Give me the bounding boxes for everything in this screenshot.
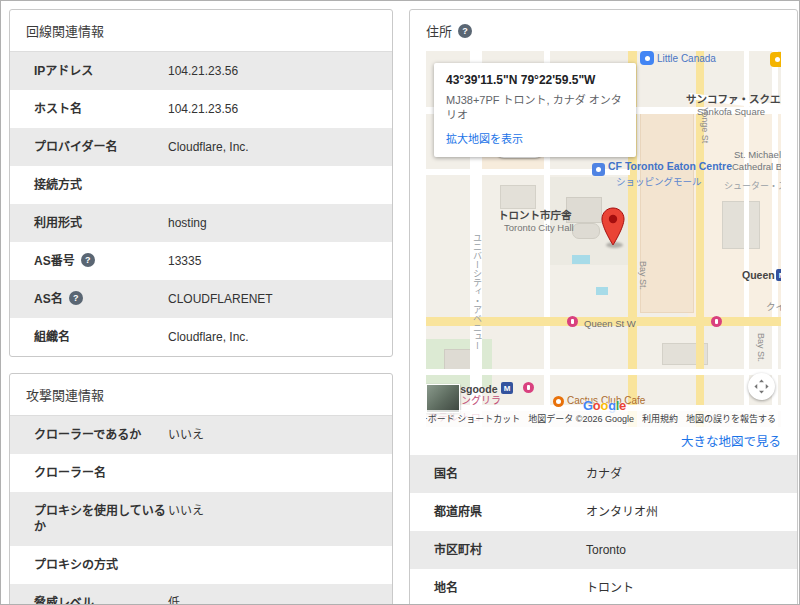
- table-row: 接続方式: [10, 166, 392, 204]
- poi-label-eaton-sub: ショッピングモール: [616, 174, 702, 188]
- attraction-icon[interactable]: [640, 51, 654, 65]
- address-table: 国名カナダ 都道府県オンタリオ州 市区町村Toronto 地名トロント: [410, 455, 797, 605]
- streetcar-stop-icon[interactable]: [711, 316, 722, 327]
- row-label: IPアドレス: [34, 63, 168, 79]
- table-row: ホスト名104.21.23.56: [10, 90, 392, 128]
- map-info-card: 43°39'11.5"N 79°22'59.5"W MJ38+7PF トロント,…: [434, 63, 636, 157]
- google-map[interactable]: Little Canada サンコファ・スクエア Sankofa Square …: [426, 51, 781, 427]
- row-value: トロント: [586, 580, 781, 596]
- map-address: MJ38+7PF トロント, カナダ オンタリオ: [446, 93, 624, 124]
- row-label: 市区町村: [434, 542, 586, 558]
- poi-label-hotel-1: ングリラ: [461, 392, 501, 407]
- address-panel: 住所 ?: [409, 9, 798, 605]
- row-label: 都道府県: [434, 504, 586, 520]
- poi-label-city-hall-jp: トロント市庁舎: [498, 207, 572, 222]
- poi-label-city-hall-en: Toronto City Hall: [504, 222, 574, 233]
- row-label-text: AS番号: [34, 253, 75, 269]
- map-eaton-centre-building: [640, 113, 694, 313]
- ip-info-page: 回線関連情報 IPアドレス104.21.23.56 ホスト名104.21.23.…: [0, 0, 800, 605]
- row-label: 利用形式: [34, 215, 168, 231]
- row-value: CLOUDFLARENET: [168, 291, 376, 307]
- help-icon[interactable]: ?: [458, 24, 472, 38]
- poi-label-sankofa-jp: サンコファ・スクエア: [686, 91, 781, 106]
- row-value: いいえ: [168, 427, 376, 443]
- row-label: クローラーであるか: [34, 427, 168, 443]
- attack-info-table: クローラーであるかいいえ クローラー名 プロキシを使用しているかいいえ プロキシ…: [10, 416, 392, 605]
- street-view-thumbnail[interactable]: [426, 384, 460, 413]
- station-label-queen: Queen: [742, 269, 775, 281]
- table-row: 国名カナダ: [410, 455, 797, 493]
- pan-arrows-icon: [753, 378, 770, 395]
- table-row: 都道府県オンタリオ州: [410, 493, 797, 531]
- streetcar-stop-icon[interactable]: [567, 316, 578, 327]
- map-attribution-bar: キーボード ショートカット 地図データ ©2026 Google 利用規約 地図…: [426, 410, 781, 427]
- table-row: 利用形式hosting: [10, 204, 392, 242]
- row-value: Toronto: [586, 542, 781, 558]
- row-value: 低: [168, 595, 376, 605]
- help-icon[interactable]: ?: [69, 291, 83, 305]
- road-label-university-avenue: ユニバーシティ・アベニュー: [471, 233, 484, 350]
- road-label-yonge-st: Yonge St: [700, 107, 710, 143]
- table-row: AS名?CLOUDFLARENET: [10, 280, 392, 318]
- road: [426, 369, 781, 375]
- poi-label-little-canada: Little Canada: [657, 53, 716, 64]
- left-column: 回線関連情報 IPアドレス104.21.23.56 ホスト名104.21.23.…: [9, 9, 393, 605]
- row-value: [168, 465, 376, 481]
- map-pin[interactable]: [600, 207, 626, 251]
- attack-info-panel: 攻撃関連情報 クローラーであるかいいえ クローラー名 プロキシを使用しているかい…: [9, 373, 393, 605]
- row-label: プロキシを使用しているか: [34, 503, 168, 535]
- table-row: 地名トロント: [410, 569, 797, 605]
- poi-label-st-michaels-2: Cathedral Basilica: [732, 161, 781, 172]
- address-title-row: 住所 ?: [410, 10, 797, 51]
- shopping-mall-icon[interactable]: [592, 163, 605, 176]
- row-label: クローラー名: [34, 465, 168, 481]
- table-row: クローラーであるかいいえ: [10, 416, 392, 454]
- enlarge-map-link[interactable]: 拡大地図を表示: [446, 130, 523, 146]
- map-pin-icon: [600, 207, 626, 247]
- table-row: 組織名Cloudflare, Inc.: [10, 318, 392, 356]
- row-value: Cloudflare, Inc.: [168, 329, 376, 345]
- building: [722, 201, 760, 249]
- keyboard-shortcuts-link[interactable]: キーボード ショートカット: [426, 412, 520, 425]
- row-value: hosting: [168, 215, 376, 231]
- road-label-bay-st: Bay St.: [638, 261, 648, 290]
- row-label: プロバイダー名: [34, 139, 168, 155]
- building: [572, 223, 600, 239]
- row-value: いいえ: [168, 503, 376, 535]
- row-label: AS名?: [34, 291, 168, 307]
- right-column: 住所 ?: [409, 9, 798, 605]
- row-label-text: AS名: [34, 291, 63, 307]
- help-icon[interactable]: ?: [81, 253, 95, 267]
- table-row: IPアドレス104.21.23.56: [10, 52, 392, 90]
- attack-info-title: 攻撃関連情報: [10, 374, 392, 416]
- metro-station-icon[interactable]: M: [776, 269, 781, 281]
- poi-label-eaton-centre: CF Toronto Eaton Centre: [608, 160, 732, 172]
- restaurant-icon[interactable]: [553, 396, 564, 407]
- row-value: 104.21.23.56: [168, 101, 376, 117]
- table-row: AS番号?13335: [10, 242, 392, 280]
- table-row: プロキシの方式: [10, 546, 392, 584]
- line-info-title: 回線関連情報: [10, 10, 392, 52]
- row-label: 国名: [434, 466, 586, 482]
- row-label: ホスト名: [34, 101, 168, 117]
- road-label-queen-kana: クイーン・ス: [766, 299, 781, 313]
- pan-control[interactable]: [748, 373, 775, 400]
- row-label: 地名: [434, 580, 586, 596]
- row-value: カナダ: [586, 466, 781, 482]
- report-map-error-link[interactable]: 地図の誤りを報告する: [686, 412, 776, 425]
- row-label: 接続方式: [34, 177, 168, 193]
- view-larger-map-link[interactable]: 大きな地図で見る: [410, 427, 797, 455]
- restaurant-icon[interactable]: [770, 52, 781, 67]
- table-row: クローラー名: [10, 454, 392, 492]
- streetcar-stop-icon[interactable]: [523, 382, 534, 393]
- row-label: プロキシの方式: [34, 557, 168, 573]
- metro-station-icon[interactable]: M: [501, 382, 513, 394]
- row-value: 13335: [168, 253, 376, 269]
- terms-link[interactable]: 利用規約: [642, 412, 678, 425]
- road-label-queen-st-w: Queen St W: [584, 318, 636, 329]
- row-value: 104.21.23.56: [168, 63, 376, 79]
- row-label: AS番号?: [34, 253, 168, 269]
- building: [500, 185, 536, 209]
- row-value: Cloudflare, Inc.: [168, 139, 376, 155]
- address-title: 住所: [426, 21, 452, 40]
